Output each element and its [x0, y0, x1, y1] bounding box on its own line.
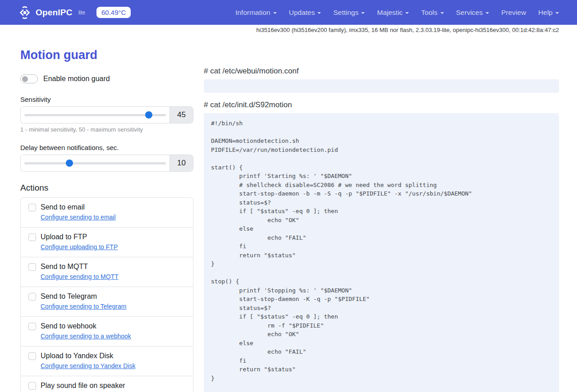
chevron-down-icon	[317, 12, 321, 14]
action-checkbox[interactable]	[28, 233, 36, 241]
console-column: # cat /etc/webui/motion.conf# cat /etc/i…	[204, 67, 559, 392]
nav-item-label: Services	[456, 9, 483, 17]
chevron-down-icon	[440, 12, 444, 14]
action-checkbox[interactable]	[28, 204, 36, 211]
brand-name: OpenIPC	[36, 8, 73, 18]
nav-item-label: Information	[235, 9, 270, 17]
nav-item-help[interactable]: Help	[538, 9, 559, 17]
console-output: #!/bin/sh DAEMON=motiondetection.sh PIDF…	[204, 113, 559, 392]
action-label: Send to webhook	[41, 322, 96, 330]
delay-slider[interactable]	[24, 155, 166, 171]
action-item: Upload to Yandex DiskConfigure sending t…	[21, 346, 193, 376]
action-label: Send to Telegram	[41, 292, 97, 301]
nav-item-tools[interactable]: Tools	[421, 9, 444, 17]
enable-motion-guard-label: Enable motion guard	[43, 75, 110, 83]
nav-item-updates[interactable]: Updates	[289, 9, 321, 17]
nav-item-information[interactable]: Information	[235, 9, 277, 17]
chevron-down-icon	[405, 12, 409, 14]
console-output	[204, 79, 559, 93]
action-label: Play sound file on speaker	[41, 382, 125, 390]
action-item: Send to TelegramConfigure sending to Tel…	[21, 287, 193, 317]
action-head: Send to webhook	[28, 322, 185, 330]
page-title: Motion guard	[20, 48, 193, 62]
settings-column: Motion guard Enable motion guard Sensiti…	[20, 41, 193, 392]
chevron-down-icon	[361, 12, 365, 14]
main-content: Motion guard Enable motion guard Sensiti…	[0, 35, 577, 392]
brand-suffix: lite	[78, 9, 85, 16]
nav-item-settings[interactable]: Settings	[333, 9, 365, 17]
temperature-badge[interactable]: 60.49°C	[96, 7, 131, 18]
delay-slider-group: 10	[20, 155, 193, 172]
sensitivity-section: Sensitivity 45 1 - minimal sensitivity, …	[20, 96, 193, 133]
nav-item-label: Preview	[501, 9, 526, 17]
action-configure-link[interactable]: Configure uploading to FTP	[41, 243, 118, 251]
nav-item-majestic[interactable]: Majestic	[377, 9, 409, 17]
delay-value: 10	[169, 155, 193, 171]
nav-item-label: Updates	[289, 9, 315, 17]
enable-motion-guard-row: Enable motion guard	[20, 74, 193, 83]
sensitivity-value: 45	[169, 107, 193, 123]
actions-list: Send to emailConfigure sending to emailU…	[20, 197, 193, 392]
toggle-knob	[22, 76, 28, 82]
action-head: Upload to Yandex Disk	[28, 352, 185, 360]
console-command: # cat /etc/webui/motion.conf	[204, 67, 559, 76]
action-label: Upload to Yandex Disk	[41, 352, 113, 360]
device-info-bar: hi3516ev300 (hi3516ev200 family), imx335…	[0, 25, 577, 35]
action-item: Send to webhookConfigure sending to a we…	[21, 317, 193, 346]
action-configure-link[interactable]: Configure sending to MQTT	[41, 273, 119, 280]
openipc-logo-icon	[18, 6, 32, 19]
action-item: Play sound file on speakerConfigure play…	[21, 376, 193, 392]
nav-item-label: Help	[538, 9, 553, 17]
actions-heading: Actions	[20, 183, 193, 193]
device-info-text: hi3516ev300 (hi3516ev200 family), imx335…	[256, 27, 559, 33]
action-item: Send to emailConfigure sending to email	[21, 198, 193, 228]
action-head: Send to email	[28, 203, 185, 211]
nav-menu: InformationUpdatesSettingsMajesticToolsS…	[235, 9, 559, 17]
action-label: Send to MQTT	[41, 263, 88, 271]
action-label: Send to email	[41, 203, 85, 211]
nav-item-label: Majestic	[377, 9, 403, 17]
action-configure-link[interactable]: Configure sending to Yandex Disk	[41, 362, 135, 369]
sensitivity-slider-group: 45	[20, 106, 193, 123]
enable-motion-guard-toggle[interactable]	[20, 74, 38, 83]
action-checkbox[interactable]	[28, 352, 36, 360]
action-label: Upload to FTP	[41, 233, 87, 241]
action-checkbox[interactable]	[28, 293, 36, 301]
chevron-down-icon	[485, 12, 489, 14]
delay-section: Delay between notifications, sec. 10	[20, 144, 193, 172]
action-item: Send to MQTTConfigure sending to MQTT	[21, 257, 193, 287]
brand-logo[interactable]: OpenIPClite	[18, 6, 85, 19]
console-command: # cat /etc/init.d/S92motion	[204, 100, 559, 109]
sensitivity-help-text: 1 - minimal sensitivity, 50 - maximum se…	[20, 126, 193, 133]
action-configure-link[interactable]: Configure sending to a webhook	[41, 333, 131, 340]
action-head: Play sound file on speaker	[28, 382, 185, 390]
action-configure-link[interactable]: Configure sending to email	[41, 214, 116, 221]
top-navbar: OpenIPClite 60.49°C InformationUpdatesSe…	[0, 0, 577, 25]
action-checkbox[interactable]	[28, 323, 36, 330]
sensitivity-label: Sensitivity	[20, 96, 193, 103]
delay-label: Delay between notifications, sec.	[20, 144, 193, 151]
sensitivity-slider[interactable]	[24, 107, 166, 123]
chevron-down-icon	[555, 12, 559, 14]
nav-item-services[interactable]: Services	[456, 9, 489, 17]
action-configure-link[interactable]: Configure sending to Telegram	[41, 303, 126, 310]
action-checkbox[interactable]	[28, 382, 36, 390]
chevron-down-icon	[273, 12, 277, 14]
action-item: Upload to FTPConfigure uploading to FTP	[21, 228, 193, 257]
action-head: Send to Telegram	[28, 292, 185, 301]
nav-item-label: Settings	[333, 9, 358, 17]
action-checkbox[interactable]	[28, 263, 36, 271]
action-head: Upload to FTP	[28, 233, 185, 241]
action-head: Send to MQTT	[28, 263, 185, 271]
nav-item-preview[interactable]: Preview	[501, 9, 526, 17]
nav-item-label: Tools	[421, 9, 437, 17]
